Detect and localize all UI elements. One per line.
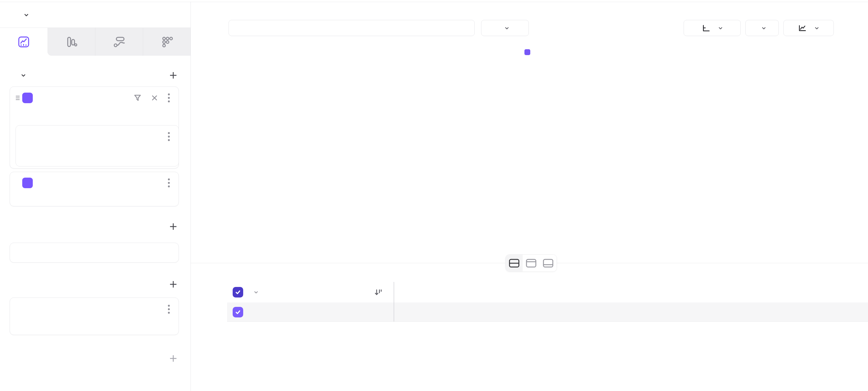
analyze-header — [0, 2, 190, 28]
average-column-header[interactable] — [371, 288, 394, 297]
insights-report-page — [0, 0, 868, 391]
tab-flows[interactable] — [95, 28, 143, 56]
scale-button[interactable] — [684, 20, 741, 36]
event-card-session-start[interactable] — [10, 86, 179, 169]
formula-card[interactable] — [10, 243, 179, 262]
chevron-down-icon — [761, 25, 767, 31]
line-chart-icon — [798, 24, 807, 33]
funnels-bars-icon — [64, 35, 78, 49]
chart-type-button[interactable] — [783, 20, 834, 36]
remove-event-icon[interactable] — [150, 94, 159, 102]
select-all-checkbox[interactable] — [232, 287, 243, 298]
layout-toggle-group — [505, 254, 557, 272]
more-options-icon[interactable] — [167, 178, 170, 188]
chevron-down-icon — [718, 25, 723, 31]
more-options-icon[interactable] — [167, 131, 170, 142]
interval-button[interactable] — [745, 20, 779, 36]
add-breakdown-button[interactable] — [169, 354, 178, 363]
tab-retention[interactable] — [143, 28, 190, 56]
formulas-header — [17, 218, 178, 235]
retention-dots-icon — [160, 35, 174, 49]
add-event-button[interactable] — [169, 71, 178, 80]
chevron-down-icon[interactable] — [23, 12, 30, 18]
query-builder-sidebar — [0, 2, 191, 391]
event-badge-b — [22, 178, 33, 188]
events-cohorts-header — [17, 67, 178, 84]
flows-icon — [113, 35, 126, 49]
insights-line-chart-icon — [17, 35, 30, 49]
row-checkbox[interactable] — [232, 307, 243, 317]
compare-button[interactable] — [481, 20, 529, 36]
series-group-dropdown[interactable] — [250, 289, 259, 295]
event-badge-a — [22, 93, 33, 103]
event-card-page-view[interactable] — [10, 172, 179, 206]
filter-funnel-icon[interactable] — [133, 93, 142, 102]
more-options-icon[interactable] — [167, 93, 170, 103]
table-header-row — [227, 282, 868, 303]
results-table — [227, 282, 868, 322]
add-filter-button[interactable] — [169, 280, 178, 289]
report-type-tabbar — [0, 28, 190, 56]
layout-split-view-button[interactable] — [506, 255, 523, 272]
layout-table-view-button[interactable] — [540, 255, 557, 272]
table-data-row[interactable] — [227, 303, 868, 322]
add-formula-button[interactable] — [169, 222, 178, 231]
chevron-down-icon — [814, 25, 820, 31]
date-range-control — [228, 20, 475, 36]
breakdown-header — [17, 350, 178, 367]
tab-funnels[interactable] — [48, 28, 95, 56]
sort-descending-icon — [374, 288, 382, 297]
chevron-down-icon — [504, 25, 510, 31]
tab-insights[interactable] — [0, 28, 48, 56]
linear-axis-icon — [701, 24, 711, 33]
property-card-session-duration[interactable] — [16, 125, 179, 166]
line-chart[interactable] — [190, 41, 868, 255]
chevron-down-icon[interactable] — [20, 72, 27, 79]
filter-card-current-url[interactable] — [10, 298, 179, 335]
layout-chart-view-button[interactable] — [523, 255, 540, 272]
chevron-down-icon — [253, 289, 259, 295]
filter-header — [17, 276, 178, 292]
drag-handle-icon[interactable] — [10, 95, 20, 101]
more-options-icon[interactable] — [167, 304, 170, 314]
